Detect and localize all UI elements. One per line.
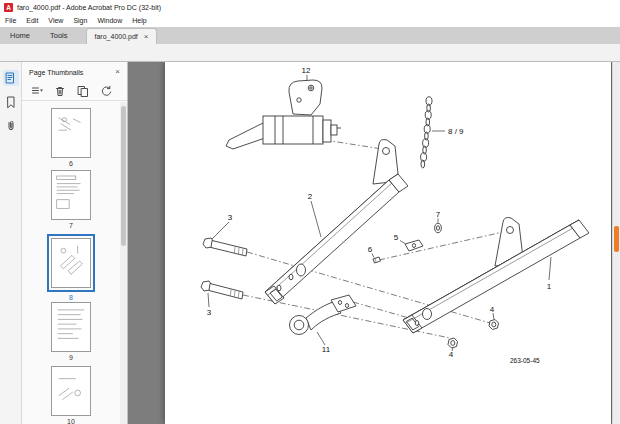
- page-thumbnail[interactable]: [51, 302, 91, 352]
- part-left-beam: [265, 140, 408, 305]
- part-bolt-lower: [201, 281, 243, 299]
- part-label-11: 11: [322, 345, 331, 354]
- part-label-12: 12: [302, 66, 311, 75]
- extract-pages-icon[interactable]: [76, 84, 90, 98]
- thumbnail-page-number: 8: [22, 294, 120, 301]
- navigation-rail: [0, 62, 22, 424]
- drawing-number: 263-05-45: [510, 357, 540, 364]
- acrobat-app-icon: A: [4, 3, 13, 12]
- panel-scrollbar-thumb[interactable]: [121, 106, 126, 246]
- vertical-scrollbar[interactable]: [612, 62, 620, 424]
- document-tab-label: faro_4000.pdf: [95, 33, 138, 40]
- pdf-page: 12 8 / 9 2 3 3 1 7 5 6 4 4 11 263-05-45: [165, 62, 611, 424]
- scroll-position-marker[interactable]: [614, 226, 619, 252]
- part-label-1: 1: [547, 282, 552, 291]
- part-bracket: [405, 240, 423, 251]
- part-nut-right: [489, 320, 499, 330]
- page-thumbnails-panel: Page Thumbnails × 6 7: [22, 62, 128, 424]
- page-thumbnails-icon[interactable]: [3, 70, 19, 86]
- thumbnail-page-number: 9: [22, 354, 120, 361]
- part-bolt-upper: [203, 238, 247, 256]
- part-screw: [373, 257, 381, 263]
- part-towing-eye: [290, 295, 357, 335]
- part-label-3-upper: 3: [228, 213, 233, 222]
- part-label-2: 2: [308, 192, 313, 201]
- tab-tools[interactable]: Tools: [40, 27, 78, 44]
- tab-bar: Home Tools faro_4000.pdf ×: [0, 27, 620, 44]
- exploded-parts-diagram: 12 8 / 9 2 3 3 1 7 5 6 4 4 11 263-05-45: [165, 62, 611, 424]
- part-lever-assembly: [226, 80, 341, 149]
- page-thumbnail[interactable]: [51, 108, 91, 158]
- tab-home[interactable]: Home: [0, 27, 40, 44]
- part-label-4-left: 4: [449, 350, 454, 359]
- thumbnail-page-number: 6: [22, 160, 120, 167]
- menu-bar: File Edit View Sign Window Help: [0, 14, 620, 27]
- part-label-5: 5: [394, 233, 399, 242]
- close-document-tab-icon[interactable]: ×: [144, 33, 149, 41]
- panel-title: Page Thumbnails: [29, 69, 83, 76]
- acrobat-window: A faro_4000.pdf - Adobe Acrobat Pro DC (…: [0, 0, 620, 424]
- part-label-7: 7: [436, 210, 441, 219]
- menu-window[interactable]: Window: [92, 17, 127, 24]
- document-canvas: 12 8 / 9 2 3 3 1 7 5 6 4 4 11 263-05-45: [128, 62, 612, 424]
- part-label-3-lower: 3: [207, 308, 212, 317]
- thumbnail-page-number: 10: [22, 418, 120, 424]
- attachments-icon[interactable]: [3, 118, 19, 134]
- bookmarks-icon[interactable]: [3, 94, 19, 110]
- part-label-6: 6: [368, 245, 373, 254]
- thumbnail-page-number: 7: [22, 222, 120, 229]
- part-label-8-9: 8 / 9: [448, 127, 464, 136]
- main-toolbar: 8 (8 of 406) 100% ▾ ▾ ▾: [0, 44, 620, 62]
- window-title: faro_4000.pdf - Adobe Acrobat Pro DC (32…: [17, 4, 161, 11]
- close-panel-icon[interactable]: ×: [115, 68, 120, 76]
- part-chain: [421, 97, 432, 168]
- rotate-pages-icon[interactable]: [99, 84, 113, 98]
- panel-header: Page Thumbnails ×: [22, 62, 127, 82]
- page-thumbnail-selected[interactable]: [51, 238, 91, 288]
- panel-toolbar: [22, 82, 127, 101]
- tab-document[interactable]: faro_4000.pdf ×: [86, 28, 158, 44]
- menu-file[interactable]: File: [0, 17, 21, 24]
- menu-sign[interactable]: Sign: [68, 17, 92, 24]
- part-nut-left: [448, 338, 458, 348]
- menu-view[interactable]: View: [43, 17, 68, 24]
- options-icon[interactable]: [30, 84, 44, 98]
- title-bar: A faro_4000.pdf - Adobe Acrobat Pro DC (…: [0, 0, 620, 14]
- menu-help[interactable]: Help: [127, 17, 151, 24]
- part-right-beam: [403, 218, 589, 334]
- part-label-4-right: 4: [490, 305, 495, 314]
- delete-pages-icon[interactable]: [53, 84, 67, 98]
- part-washer: [435, 223, 442, 233]
- page-thumbnail[interactable]: [51, 170, 91, 220]
- menu-edit[interactable]: Edit: [21, 17, 43, 24]
- assembly-dashed-lines: [243, 140, 503, 338]
- page-thumbnail[interactable]: [51, 366, 91, 416]
